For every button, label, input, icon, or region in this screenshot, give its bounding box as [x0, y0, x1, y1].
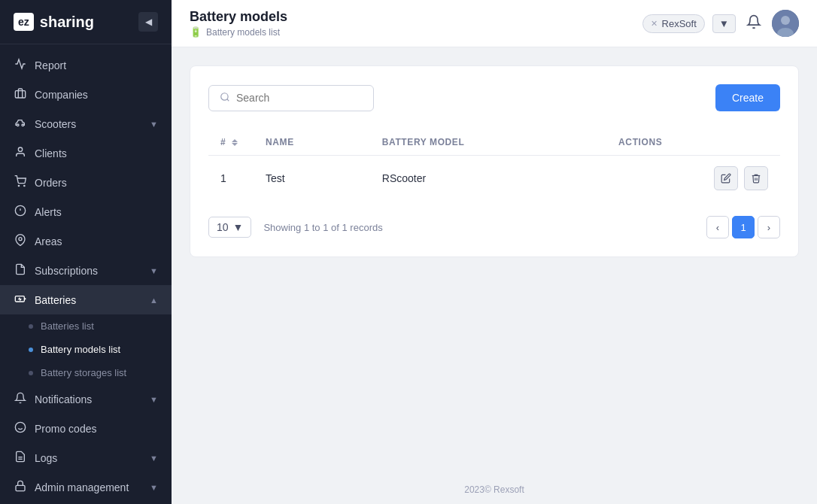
- sidebar-item-scooters[interactable]: Scooters ▼: [0, 109, 172, 138]
- sidebar-item-batteries[interactable]: Batteries ▲: [0, 285, 172, 314]
- battery-models-table: # NAME BATTERY MODEL ACTIONS 1: [208, 129, 780, 201]
- main-area: Battery models 🔋 Battery models list ✕ R…: [172, 0, 817, 504]
- sidebar-item-orders-label: Orders: [35, 177, 158, 189]
- sidebar-item-admin-management[interactable]: Admin management ▼: [0, 472, 172, 502]
- clients-icon: [14, 146, 27, 160]
- svg-point-3: [18, 147, 22, 151]
- content-card: Create # NAME BATTERY MODEL: [190, 65, 799, 257]
- sidebar-item-promo-codes[interactable]: Promo codes: [0, 414, 172, 443]
- subscriptions-chevron-icon: ▼: [150, 266, 158, 275]
- svg-line-21: [227, 99, 229, 101]
- batteries-list-dot: [29, 324, 33, 329]
- breadcrumb: 🔋 Battery models list: [190, 26, 633, 38]
- num-sort-icon[interactable]: [232, 139, 238, 146]
- sidebar-item-scooters-label: Scooters: [35, 118, 142, 130]
- header: Battery models 🔋 Battery models list ✕ R…: [172, 0, 817, 47]
- avatar[interactable]: [772, 10, 799, 37]
- sidebar-item-areas[interactable]: Areas: [0, 226, 172, 256]
- companies-icon: [14, 87, 27, 102]
- sidebar-toggle-button[interactable]: ◀: [138, 12, 158, 32]
- breadcrumb-icon: 🔋: [190, 26, 202, 38]
- col-header-actions: ACTIONS: [606, 129, 780, 156]
- header-actions: ✕ RexSoft ▼: [642, 10, 799, 37]
- sidebar-item-clients[interactable]: Clients: [0, 138, 172, 168]
- sidebar-item-companies[interactable]: Companies: [0, 80, 172, 109]
- alerts-icon: [14, 205, 27, 219]
- pagination-page-1-button[interactable]: 1: [732, 216, 755, 238]
- logo-text: sharing: [40, 14, 94, 31]
- logo-box: ez: [14, 13, 34, 31]
- promo-codes-icon: [14, 421, 27, 436]
- sidebar-logo: ez sharing ◀: [0, 0, 172, 44]
- pagination-info: Showing 1 to 1 of 1 records: [263, 222, 706, 233]
- company-badge-label: RexSoft: [662, 18, 697, 29]
- sidebar-item-report[interactable]: Report: [0, 50, 172, 80]
- subscriptions-icon: [14, 263, 27, 278]
- sidebar: ez sharing ◀ Report Companies Scooters ▼: [0, 0, 172, 504]
- pagination-row: 10 ▼ Showing 1 to 1 of 1 records ‹ 1 ›: [208, 216, 780, 238]
- breadcrumb-text: Battery models list: [206, 27, 280, 38]
- sidebar-item-subscriptions-label: Subscriptions: [35, 265, 142, 277]
- svg-point-11: [15, 422, 25, 432]
- logs-icon: [14, 451, 27, 465]
- svg-point-1: [17, 124, 19, 126]
- sidebar-item-alerts[interactable]: Alerts: [0, 197, 172, 226]
- pagination-buttons: ‹ 1 ›: [706, 216, 780, 238]
- search-input[interactable]: [236, 92, 363, 104]
- pagination-prev-button[interactable]: ‹: [706, 216, 729, 238]
- per-page-value: 10: [217, 221, 229, 233]
- sidebar-item-orders[interactable]: Orders: [0, 168, 172, 197]
- sidebar-item-logs[interactable]: Logs ▼: [0, 443, 172, 472]
- admin-management-icon: [14, 480, 27, 494]
- sidebar-sub-batteries-list-label: Batteries list: [41, 320, 94, 332]
- col-header-battery-model: BATTERY MODEL: [370, 129, 606, 156]
- search-box: [208, 85, 374, 111]
- edit-button[interactable]: [714, 166, 738, 190]
- sidebar-item-alerts-label: Alerts: [35, 206, 158, 218]
- sidebar-item-subscriptions[interactable]: Subscriptions ▼: [0, 256, 172, 285]
- battery-storages-list-dot: [29, 371, 33, 375]
- sidebar-sub-batteries-list[interactable]: Batteries list: [0, 314, 172, 338]
- sidebar-item-companies-label: Companies: [35, 89, 158, 101]
- footer-text: 2023© Rexsoft: [464, 484, 524, 495]
- notifications-icon: [14, 392, 27, 406]
- per-page-chevron-icon: ▼: [233, 221, 244, 233]
- create-button[interactable]: Create: [715, 84, 780, 111]
- cell-battery-model: RScooter: [370, 156, 606, 202]
- svg-point-9: [19, 238, 22, 241]
- company-badge-remove[interactable]: ✕: [651, 19, 658, 29]
- notifications-bell-button[interactable]: [743, 11, 764, 36]
- batteries-icon: [14, 293, 27, 307]
- page-title: Battery models: [190, 9, 633, 25]
- company-dropdown-button[interactable]: ▼: [712, 14, 736, 33]
- orders-icon: [14, 175, 27, 190]
- per-page-select[interactable]: 10 ▼: [208, 217, 251, 238]
- sidebar-item-notifications-label: Notifications: [35, 393, 142, 405]
- sidebar-sub-battery-models-list[interactable]: Battery models list: [0, 338, 172, 361]
- svg-point-4: [18, 185, 19, 186]
- scooters-icon: [14, 117, 27, 131]
- footer: 2023© Rexsoft: [172, 475, 817, 504]
- battery-models-list-dot: [29, 348, 33, 352]
- svg-point-18: [781, 16, 790, 25]
- pagination-next-button[interactable]: ›: [758, 216, 780, 238]
- sidebar-item-areas-label: Areas: [35, 235, 158, 247]
- scooters-chevron-icon: ▼: [150, 120, 158, 129]
- sidebar-item-notifications[interactable]: Notifications ▼: [0, 384, 172, 414]
- delete-button[interactable]: [744, 166, 768, 190]
- report-icon: [14, 58, 27, 72]
- logs-chevron-icon: ▼: [150, 454, 158, 463]
- content: Create # NAME BATTERY MODEL: [172, 47, 817, 475]
- svg-point-20: [221, 93, 228, 99]
- col-header-num: #: [208, 129, 254, 156]
- cell-num: 1: [208, 156, 254, 202]
- sidebar-item-admin-management-label: Admin management: [35, 481, 142, 493]
- svg-rect-16: [16, 485, 25, 490]
- sidebar-item-report-label: Report: [35, 59, 158, 71]
- sidebar-sub-battery-storages-list[interactable]: Battery storages list: [0, 361, 172, 384]
- areas-icon: [14, 234, 27, 248]
- company-badge[interactable]: ✕ RexSoft: [642, 14, 705, 33]
- sidebar-sub-battery-storages-list-label: Battery storages list: [41, 367, 126, 378]
- sidebar-item-batteries-label: Batteries: [35, 294, 142, 306]
- table-row: 1 Test RScooter: [208, 156, 780, 202]
